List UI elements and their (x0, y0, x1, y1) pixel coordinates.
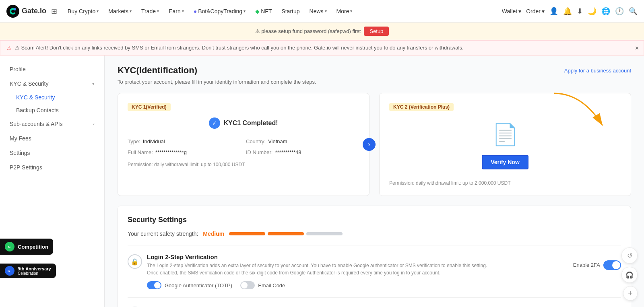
completed-text: KYC1 Completed! (223, 120, 278, 127)
account-icon[interactable]: 👤 (549, 7, 558, 16)
anniversary-text: 9th Anniversary Celebration (18, 266, 51, 276)
close-icon[interactable]: × (635, 45, 639, 52)
headset-icon[interactable]: 🎧 (621, 267, 638, 283)
nav-nft[interactable]: ◆ NFT (251, 6, 276, 17)
toggle-thumb (612, 261, 620, 269)
sidebar-item-kyc-security-parent[interactable]: KYC & Security ▾ (0, 76, 104, 91)
country-field: Country: Vietnam (246, 138, 359, 144)
nav-news[interactable]: News ▾ (305, 6, 331, 17)
anniversary-widget[interactable]: G 9th Anniversary Celebration (0, 264, 56, 278)
download-icon[interactable]: ⬇ (577, 7, 583, 16)
nav-earn[interactable]: Earn ▾ (165, 6, 188, 17)
globe-icon[interactable]: 🌐 (601, 7, 610, 16)
order-btn[interactable]: Order ▾ (526, 8, 545, 14)
next-arrow-btn[interactable]: › (363, 138, 376, 151)
item-right: Enable 2FA (573, 260, 621, 270)
competition-widget[interactable]: G Competition (0, 239, 53, 255)
sidebar-item-settings[interactable]: Settings (0, 146, 104, 160)
nav-bot-copytrading[interactable]: ● Bot&CopyTrading ▾ (190, 6, 250, 17)
country-value: Vietnam (268, 138, 287, 144)
chevron-icon: ▾ (97, 9, 99, 13)
scam-alert-text: ⚠ Scam Alert! Don't click on any links r… (15, 45, 464, 51)
kyc-header: KYC(Identification) Apply for a business… (118, 65, 631, 76)
sub-toggles: Google Authenticator (TOTP) Email Code (147, 281, 621, 289)
kyc-subtitle: To protect your account, please fill in … (118, 79, 631, 85)
kyc1-badge: KYC 1(Verified) (128, 103, 171, 111)
sidebar-item-label: Backup Contacts (16, 107, 59, 113)
top-nav: Gate.io ⊞ Buy Crypto ▾ Markets ▾ Trade ▾… (0, 0, 644, 23)
type-label: Type: (128, 138, 140, 144)
google-auth-item: G Google Authenticator (TOTP) TOTP is us… (128, 297, 621, 307)
enable-2fa-toggle[interactable] (603, 260, 621, 270)
kyc-title: KYC(Identification) (118, 65, 197, 76)
strength-label: Your current safety strength: (128, 231, 198, 237)
sidebar-item-label: KYC & Security (10, 80, 48, 87)
logo[interactable]: Gate.io (6, 5, 46, 18)
business-account-link[interactable]: Apply for a business account (564, 68, 631, 74)
search-icon[interactable]: 🔍 (629, 7, 638, 16)
sidebar-item-subaccounts[interactable]: Sub-accounts & APIs ‹ (0, 117, 104, 131)
nav-buy-crypto[interactable]: Buy Crypto ▾ (64, 6, 103, 17)
scam-alert: ⚠ ⚠ Scam Alert! Don't click on any links… (0, 40, 644, 56)
sidebar-item-p2p[interactable]: P2P Settings (0, 160, 104, 175)
sidebar-item-fees[interactable]: My Fees (0, 131, 104, 146)
nav-more[interactable]: More ▾ (332, 6, 357, 17)
chevron-down-icon: ▾ (92, 81, 95, 87)
chevron-icon: ▾ (542, 8, 545, 14)
chevron-icon: ▾ (350, 9, 352, 13)
fund-password-banner: ⚠ please setup fund password (safepwd) f… (0, 23, 644, 40)
alert-icon: ⚠ (7, 45, 12, 51)
document-icon: 📄 (492, 122, 518, 147)
plus-button[interactable]: + (623, 286, 638, 301)
kyc1-card: KYC 1(Verified) ✓ KYC1 Completed! Type: … (118, 93, 369, 196)
id-label: ID Number: (246, 149, 272, 155)
email-code-label: Email Code (258, 282, 285, 288)
fullname-label: Full Name: (128, 149, 153, 155)
nav-startup[interactable]: Startup (277, 6, 303, 17)
toggle-thumb (154, 282, 161, 288)
chevron-icon: ▾ (325, 9, 327, 13)
competition-label: Competition (18, 244, 48, 250)
toggle-thumb (241, 282, 248, 288)
nav-links: Buy Crypto ▾ Markets ▾ Trade ▾ Earn ▾ ● … (64, 6, 502, 17)
lock-icon: 🔒 (128, 254, 142, 269)
verify-now-button[interactable]: Verify Now (482, 155, 528, 169)
svg-text:G: G (8, 245, 10, 249)
anniversary-icon: G (5, 266, 14, 276)
competition-icon: G (5, 242, 14, 251)
sidebar-item-label: My Fees (10, 135, 31, 142)
type-field: Type: Individual (128, 138, 241, 144)
fullname-field: Full Name: **************g (128, 149, 241, 155)
sidebar-item-profile[interactable]: Profile (0, 62, 104, 76)
enable-2fa-label: Enable 2FA (573, 262, 600, 268)
google-auth-label: Google Authenticator (TOTP) (165, 282, 232, 288)
chevron-icon: ▾ (182, 9, 184, 13)
clock-icon[interactable]: 🕐 (615, 7, 624, 16)
theme-icon[interactable]: 🌙 (588, 7, 597, 16)
kyc2-badge: KYC 2 (Verification Plus) (389, 103, 454, 111)
chevron-icon: ▾ (130, 9, 132, 13)
kyc2-permission: Permission: daily withdrawal limit: up t… (389, 180, 621, 186)
main-content: KYC(Identification) Apply for a business… (105, 56, 644, 307)
layout: Profile KYC & Security ▾ KYC & Security … (0, 56, 644, 307)
country-label: Country: (246, 138, 266, 144)
sidebar-item-backup-contacts[interactable]: Backup Contacts (0, 104, 104, 117)
kyc-cards: KYC 1(Verified) ✓ KYC1 Completed! Type: … (118, 93, 631, 196)
chevron-left-icon: ‹ (93, 122, 95, 126)
anniversary-line1: 9th Anniversary (18, 266, 51, 271)
email-code-toggle[interactable] (240, 281, 255, 289)
fullname-value: **************g (155, 149, 187, 155)
item-title: Login 2-Step Verification (147, 253, 493, 260)
security-section: Security Settings Your current safety st… (118, 206, 631, 307)
refresh-icon[interactable]: ↺ (621, 247, 638, 264)
wallet-btn[interactable]: Wallet ▾ (502, 8, 521, 14)
setup-button[interactable]: Setup (364, 27, 389, 36)
google-auth-toggle[interactable] (147, 281, 161, 289)
sidebar-item-kyc-security[interactable]: KYC & Security (0, 91, 104, 104)
bell-icon[interactable]: 🔔 (563, 7, 572, 16)
google-auth-toggle-item: Google Authenticator (TOTP) (147, 281, 232, 289)
nav-markets[interactable]: Markets ▾ (104, 6, 136, 17)
nav-trade[interactable]: Trade ▾ (137, 6, 163, 17)
check-circle-icon: ✓ (209, 117, 220, 129)
grid-icon[interactable]: ⊞ (51, 7, 57, 16)
